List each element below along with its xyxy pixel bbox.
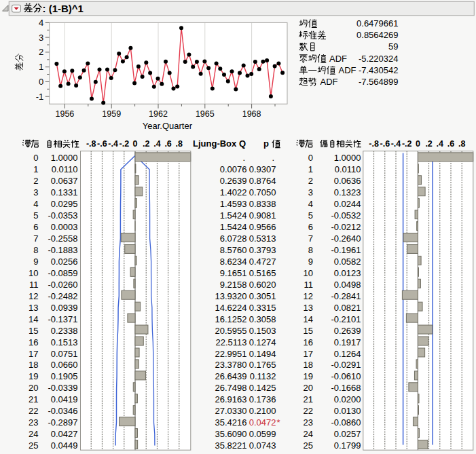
svg-text:0: 0 (308, 153, 313, 163)
svg-text:*: * (277, 417, 280, 428)
svg-text:9: 9 (308, 257, 313, 267)
svg-text:-.6: -.6 (380, 139, 390, 149)
svg-text:0.0636: 0.0636 (334, 176, 361, 186)
svg-text:0.2100: 0.2100 (249, 406, 276, 416)
svg-text:9.1651: 9.1651 (220, 268, 247, 278)
svg-text:0.0743: 0.0743 (249, 440, 276, 451)
svg-text:0: 0 (39, 77, 43, 87)
svg-text:3: 3 (308, 187, 313, 197)
svg-text:9: 9 (33, 257, 38, 267)
svg-text:-7.430542: -7.430542 (359, 65, 399, 75)
svg-text:-0.2101: -0.2101 (331, 314, 361, 324)
svg-text:-0.0532: -0.0532 (331, 210, 361, 221)
svg-text:0.0498: 0.0498 (334, 280, 361, 290)
svg-text:0.0751: 0.0751 (51, 349, 78, 359)
svg-text:1959: 1959 (102, 109, 121, 119)
svg-text:-0.2558: -0.2558 (48, 233, 77, 244)
svg-text:21: 21 (304, 394, 313, 404)
svg-text:0.4727: 0.4727 (249, 257, 276, 267)
svg-text:0.2639: 0.2639 (220, 176, 247, 186)
svg-text:0.6479661: 0.6479661 (356, 18, 398, 29)
svg-text:-.6: -.6 (97, 139, 107, 149)
svg-text:0.8764: 0.8764 (249, 176, 276, 186)
svg-text:0.1905: 0.1905 (51, 371, 78, 381)
svg-text:0.0660: 0.0660 (51, 360, 78, 370)
svg-text:18: 18 (29, 360, 38, 370)
svg-text:23: 23 (304, 417, 313, 428)
svg-text:0.2338: 0.2338 (51, 326, 78, 336)
svg-text:8.5760: 8.5760 (220, 245, 247, 255)
svg-text:0.9307: 0.9307 (249, 164, 276, 174)
svg-text:1.0000: 1.0000 (334, 153, 361, 163)
svg-text:0.0939: 0.0939 (51, 303, 78, 313)
svg-text:.2: .2 (425, 139, 432, 149)
svg-text:8: 8 (33, 245, 38, 255)
svg-text:0.1331: 0.1331 (51, 187, 78, 197)
svg-text:11: 11 (29, 280, 39, 290)
svg-text:-0.0291: -0.0291 (331, 360, 361, 370)
svg-text:0.0419: 0.0419 (51, 394, 78, 404)
svg-text:-1: -1 (36, 92, 44, 102)
svg-text:1956: 1956 (55, 109, 74, 119)
svg-text:-0.2640: -0.2640 (331, 233, 361, 244)
svg-text:24: 24 (304, 429, 313, 439)
svg-text:1.5424: 1.5424 (220, 210, 247, 221)
svg-text:8: 8 (308, 245, 313, 255)
svg-text:0.0472: 0.0472 (249, 417, 276, 428)
svg-text:15: 15 (29, 326, 38, 336)
svg-text:0.0821: 0.0821 (334, 303, 361, 313)
svg-text:25: 25 (304, 440, 313, 451)
svg-text:-0.2482: -0.2482 (48, 291, 77, 301)
svg-text:14: 14 (29, 314, 38, 324)
svg-text:.4: .4 (153, 139, 160, 149)
svg-text:0: 0 (133, 139, 138, 149)
svg-text:-0.1883: -0.1883 (48, 245, 77, 255)
svg-text:0.0637: 0.0637 (51, 176, 78, 186)
svg-text:1965: 1965 (196, 109, 215, 119)
svg-text:0.0449: 0.0449 (51, 440, 78, 451)
svg-text:26.7498: 26.7498 (215, 383, 247, 393)
svg-text:22: 22 (29, 406, 38, 416)
svg-text:15: 15 (304, 326, 313, 336)
svg-text:6.0728: 6.0728 (220, 233, 247, 244)
svg-text:20: 20 (29, 383, 38, 393)
svg-text:0.1494: 0.1494 (249, 349, 276, 359)
svg-text:-.4: -.4 (391, 139, 401, 149)
svg-text:ADF: ADF (329, 54, 347, 64)
svg-text:1.5424: 1.5424 (220, 222, 247, 232)
svg-text:10: 10 (29, 268, 38, 278)
svg-text:0.1274: 0.1274 (249, 337, 276, 347)
svg-text:9.2158: 9.2158 (220, 280, 247, 290)
svg-text:-0.1371: -0.1371 (48, 314, 77, 324)
svg-text:14.6224: 14.6224 (215, 303, 247, 313)
svg-text:0.0599: 0.0599 (249, 429, 276, 439)
svg-text:0.1503: 0.1503 (249, 326, 276, 336)
svg-text:23: 23 (29, 417, 38, 428)
svg-text:0.0295: 0.0295 (51, 199, 78, 209)
svg-text:21: 21 (29, 394, 38, 404)
svg-text:.2: .2 (143, 139, 149, 149)
svg-text:0.5165: 0.5165 (249, 268, 276, 278)
svg-text:1: 1 (39, 62, 43, 72)
svg-text:5: 5 (308, 210, 313, 221)
svg-text:0.1736: 0.1736 (249, 394, 276, 404)
svg-text:0.8564269: 0.8564269 (356, 30, 398, 40)
svg-text:Year.Quarter: Year.Quarter (143, 121, 193, 131)
svg-text:0.2639: 0.2639 (334, 326, 361, 336)
svg-text:-0.0610: -0.0610 (331, 371, 361, 381)
svg-text:0.0123: 0.0123 (334, 268, 361, 278)
svg-text:0.9081: 0.9081 (249, 210, 276, 221)
svg-text:14: 14 (304, 314, 313, 324)
svg-text:.4: .4 (437, 139, 443, 149)
svg-text:1.0000: 1.0000 (51, 153, 78, 163)
svg-text:.: . (272, 153, 274, 163)
svg-text:1: 1 (33, 164, 38, 174)
svg-text:0.0427: 0.0427 (51, 429, 78, 439)
svg-text:23.3780: 23.3780 (215, 360, 247, 370)
svg-text:.6: .6 (164, 139, 171, 149)
svg-text:0.0257: 0.0257 (334, 429, 361, 439)
svg-text:-0.0260: -0.0260 (48, 280, 77, 290)
svg-text:4: 4 (308, 199, 313, 209)
svg-text:-0.0339: -0.0339 (48, 383, 77, 393)
svg-text:25: 25 (29, 440, 38, 451)
